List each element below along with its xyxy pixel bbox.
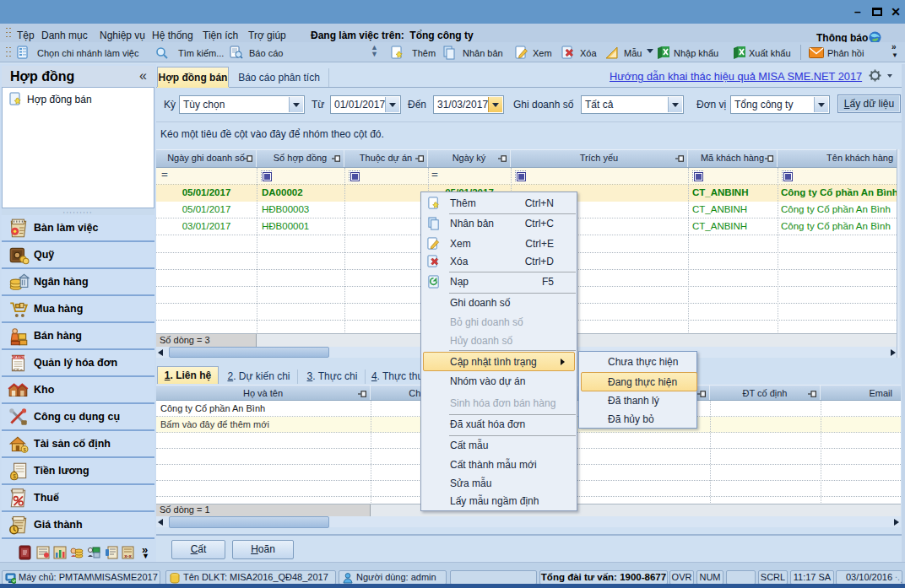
svg-text:$: $	[13, 473, 16, 479]
svg-text:x-x: x-x	[124, 553, 132, 558]
svg-text:HÓA ĐƠN: HÓA ĐƠN	[11, 355, 26, 359]
